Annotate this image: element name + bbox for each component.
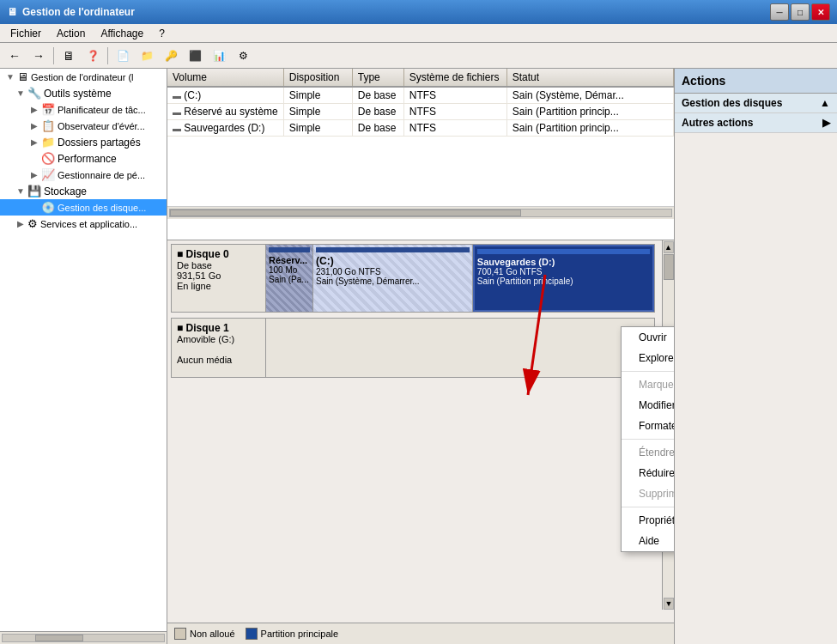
tree-hscroll[interactable] bbox=[0, 631, 167, 644]
chevron-right-icon: ▶ bbox=[822, 117, 830, 129]
cell-volume: ▬ (C:) bbox=[167, 87, 283, 104]
ctx-reduire[interactable]: Réduire le volume... bbox=[622, 463, 674, 483]
ctx-ouvrir[interactable]: Ouvrir bbox=[622, 327, 674, 348]
disk-0-status: En ligne bbox=[177, 281, 211, 291]
tree-item-services[interactable]: ▶ ⚙ Services et applicatio... bbox=[0, 216, 167, 232]
partition-c[interactable]: (C:) 231,00 Go NTFS Sain (Système, Démar… bbox=[313, 245, 473, 312]
tree-item-performance[interactable]: 🚫 Performance bbox=[0, 150, 167, 167]
tree-item-gestionnaire[interactable]: ▶ 📈 Gestionnaire de pé... bbox=[0, 167, 167, 183]
cell-statut: Sain (Système, Démar... bbox=[506, 87, 673, 104]
partition-d[interactable]: Sauvegardes (D:) 700,41 Go NTFS Sain (Pa… bbox=[473, 245, 654, 312]
cell-fs: NTFS bbox=[403, 87, 506, 104]
services-icon: ⚙ bbox=[27, 217, 38, 230]
table-row[interactable]: ▬ (C:) Simple De base NTFS Sain (Système… bbox=[167, 87, 674, 104]
help-button[interactable]: ❓ bbox=[82, 46, 104, 66]
context-menu: Ouvrir Explorer Marquer la partition com… bbox=[621, 326, 674, 552]
actions-section-autres: Autres actions ▶ bbox=[675, 113, 837, 133]
cell-volume: ▬ Réservé au système bbox=[167, 104, 283, 120]
chart-button[interactable]: 📊 bbox=[208, 46, 230, 66]
partition-d-bar bbox=[477, 249, 650, 254]
forward-button[interactable]: → bbox=[27, 46, 50, 66]
actions-section-autres-header[interactable]: Autres actions ▶ bbox=[675, 113, 837, 132]
cell-volume: ▬ Sauvegardes (D:) bbox=[167, 120, 283, 137]
disk-view: ▲ ▼ ■ Disque 0 De base 931,51 Go En lign… bbox=[167, 240, 674, 623]
title-bar-text: Gestion de l'ordinateur bbox=[22, 6, 135, 18]
partition-reserved-size: 100 Mo bbox=[269, 265, 310, 275]
disk-0-row: ■ Disque 0 De base 931,51 Go En ligne Ré… bbox=[171, 244, 655, 313]
menu-affichage[interactable]: Affichage bbox=[94, 24, 150, 42]
partition-reserved-status: Sain (Pa... bbox=[269, 275, 310, 284]
disk-small-icon3: ▬ bbox=[173, 124, 181, 133]
tree-item-observateur[interactable]: ▶ 📋 Observateur d'évér... bbox=[0, 118, 167, 134]
ctx-supprimer: Supprimer le volume... bbox=[622, 483, 674, 504]
table-scroll[interactable]: Volume Disposition Type Système de fichi… bbox=[167, 69, 674, 206]
menu-help[interactable]: ? bbox=[152, 24, 172, 42]
legend-primary-box bbox=[246, 628, 258, 640]
disk-1-partitions bbox=[266, 319, 654, 377]
center-panel: Volume Disposition Type Système de fichi… bbox=[167, 69, 674, 644]
actions-header: Actions bbox=[675, 69, 837, 94]
disk-0-name: ■ Disque 0 bbox=[177, 248, 229, 260]
table-hscroll[interactable] bbox=[167, 206, 674, 219]
actions-panel: Actions Gestion des disques ▲ Autres act… bbox=[674, 69, 837, 644]
computer-button[interactable]: 🖥 bbox=[58, 46, 80, 66]
disk-small-icon2: ▬ bbox=[173, 107, 181, 117]
disk-1-row: ■ Disque 1 Amovible (G:) Aucun média bbox=[171, 318, 655, 378]
doc-button[interactable]: 📄 bbox=[112, 46, 134, 66]
folder-button[interactable]: 📁 bbox=[136, 46, 158, 66]
tree-item-planificateur[interactable]: ▶ 📅 Planificateur de tâc... bbox=[0, 101, 167, 118]
legend-unalloc-box bbox=[174, 628, 186, 640]
ctx-marquer: Marquer la partition comme active bbox=[622, 374, 674, 395]
partition-c-status: Sain (Système, Démarrer... bbox=[316, 276, 470, 286]
legend-unalloc-label: Non alloué bbox=[190, 629, 235, 639]
folder-icon: 📁 bbox=[41, 136, 55, 149]
cell-disposition: Simple bbox=[283, 87, 352, 104]
maximize-button[interactable]: □ bbox=[791, 3, 810, 21]
partition-c-label: (C:) bbox=[316, 255, 470, 267]
ctx-aide[interactable]: Aide bbox=[622, 531, 674, 551]
tree-item-dossiers[interactable]: ▶ 📁 Dossiers partagés bbox=[0, 134, 167, 150]
key-button[interactable]: 🔑 bbox=[160, 46, 182, 66]
ctx-sep-2 bbox=[622, 439, 674, 440]
square-button[interactable]: ⬛ bbox=[184, 46, 206, 66]
toolbar: ← → 🖥 ❓ 📄 📁 🔑 ⬛ 📊 ⚙ bbox=[0, 43, 837, 69]
cell-statut: Sain (Partition princip... bbox=[506, 120, 673, 137]
menu-fichier[interactable]: Fichier bbox=[3, 24, 48, 42]
chevron-up-icon: ▲ bbox=[820, 97, 830, 109]
col-statut[interactable]: Statut bbox=[506, 69, 673, 87]
disk-table: Volume Disposition Type Système de fichi… bbox=[167, 69, 674, 137]
main-container: ▼ 🖥 Gestion de l'ordinateur (l ▼ 🔧 Outil… bbox=[0, 69, 837, 644]
disk-0-partitions: Réserv... 100 Mo Sain (Pa... (C:) 231,00… bbox=[266, 245, 654, 312]
partition-reserved[interactable]: Réserv... 100 Mo Sain (Pa... bbox=[266, 245, 313, 312]
back-button[interactable]: ← bbox=[3, 46, 26, 66]
table-row[interactable]: ▬ Réservé au système Simple De base NTFS… bbox=[167, 104, 674, 120]
table-row[interactable]: ▬ Sauvegardes (D:) Simple De base NTFS S… bbox=[167, 120, 674, 137]
menu-action[interactable]: Action bbox=[50, 24, 92, 42]
disk-table-area: Volume Disposition Type Système de fichi… bbox=[167, 69, 674, 240]
tree-item-gestion-disques[interactable]: 💿 Gestion des disque... bbox=[0, 199, 167, 216]
disk-1-label: ■ Disque 1 Amovible (G:) Aucun média bbox=[172, 319, 266, 377]
manager-icon: 📈 bbox=[41, 168, 55, 181]
tree-content: ▼ 🖥 Gestion de l'ordinateur (l ▼ 🔧 Outil… bbox=[0, 69, 167, 631]
col-disposition[interactable]: Disposition bbox=[283, 69, 352, 87]
col-fs[interactable]: Système de fichiers bbox=[403, 69, 506, 87]
tree-item-root[interactable]: ▼ 🖥 Gestion de l'ordinateur (l bbox=[0, 69, 167, 85]
ctx-etendre[interactable]: Étendre le volume... bbox=[622, 442, 674, 463]
ctx-formater[interactable]: Formater... bbox=[622, 416, 674, 436]
ctx-proprietes[interactable]: Propriétés bbox=[622, 510, 674, 531]
ctx-explorer[interactable]: Explorer bbox=[622, 348, 674, 368]
cell-statut: Sain (Partition princip... bbox=[506, 104, 673, 120]
tree-item-outils[interactable]: ▼ 🔧 Outils système bbox=[0, 85, 167, 101]
gear-button[interactable]: ⚙ bbox=[232, 46, 254, 66]
menu-bar: Fichier Action Affichage ? bbox=[0, 24, 837, 43]
disk-1-type: Amovible (G:) bbox=[177, 334, 234, 344]
col-volume[interactable]: Volume bbox=[167, 69, 283, 87]
actions-section-disques-header[interactable]: Gestion des disques ▲ bbox=[675, 94, 837, 112]
close-button[interactable]: ✕ bbox=[811, 3, 830, 21]
legend-primary-label: Partition principale bbox=[261, 629, 339, 639]
tree-item-stockage[interactable]: ▼ 💾 Stockage bbox=[0, 183, 167, 199]
minimize-button[interactable]: ─ bbox=[770, 3, 789, 21]
ctx-modifier[interactable]: Modifier la lettre de lecteur et les che… bbox=[622, 395, 674, 416]
col-type[interactable]: Type bbox=[352, 69, 403, 87]
storage-icon: 💾 bbox=[27, 185, 41, 197]
